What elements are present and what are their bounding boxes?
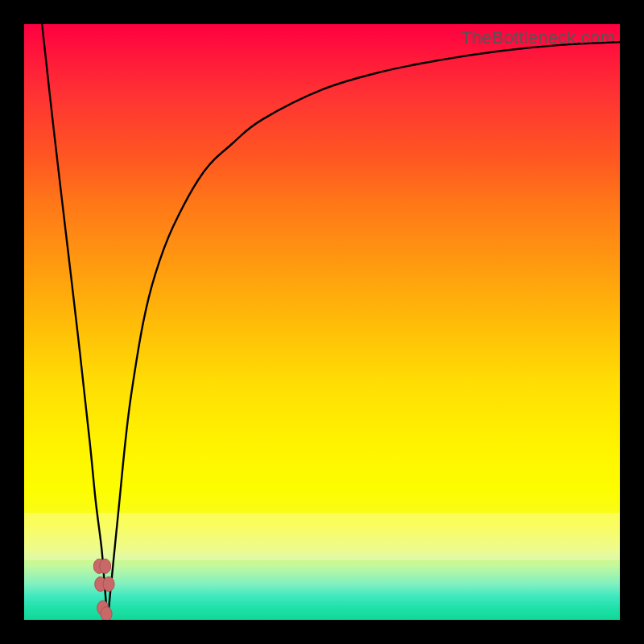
plot-area: TheBottleneck.com bbox=[24, 24, 620, 620]
data-point bbox=[93, 559, 105, 573]
data-point bbox=[95, 577, 106, 592]
bottleneck-curve bbox=[42, 24, 620, 614]
watermark-text: TheBottleneck.com bbox=[460, 27, 615, 48]
data-point bbox=[100, 559, 111, 573]
data-point bbox=[101, 607, 112, 620]
highlighted-points bbox=[93, 559, 114, 620]
highlight-band bbox=[24, 513, 620, 560]
data-point bbox=[103, 577, 114, 592]
curve-layer bbox=[24, 24, 620, 620]
data-point bbox=[97, 601, 109, 615]
chart-frame: TheBottleneck.com bbox=[0, 0, 644, 644]
